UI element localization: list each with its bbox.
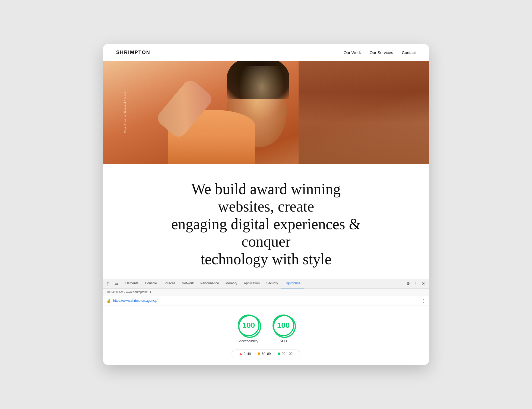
reload-icon[interactable]: ↻ <box>150 290 153 294</box>
svg-point-1 <box>239 316 261 337</box>
tab-console[interactable]: Console <box>142 279 160 288</box>
devtools-right-icons: ⚙ ⋮ ✕ <box>405 280 427 287</box>
legend-item-low: 0–49 <box>237 352 253 356</box>
tab-sources[interactable]: Sources <box>160 279 179 288</box>
hero-image: Project: Natural Diamond Council <box>103 61 429 164</box>
lighthouse-scores-section: 100 Accessibility 100 SEO <box>103 306 429 365</box>
legend-orange-square-icon <box>258 353 260 355</box>
score-item-seo: 100 SEO <box>273 314 294 343</box>
tab-security[interactable]: Security <box>263 279 281 288</box>
legend-item-high: 90–100 <box>276 352 295 356</box>
nav-links: Our Work Our Services Contact <box>344 50 416 55</box>
nav-our-services[interactable]: Our Services <box>370 50 393 55</box>
site-navigation: SHRIMPTON Our Work Our Services Contact <box>103 44 429 61</box>
devtools-time-bar: 10:24:00 AM - www.shrimpton▾ ↻ <box>103 289 429 296</box>
legend-divider-1 <box>254 352 254 356</box>
scores-row: 100 Accessibility 100 SEO <box>238 314 294 343</box>
score-item-accessibility: 100 Accessibility <box>238 314 259 343</box>
tab-memory[interactable]: Memory <box>222 279 240 288</box>
tab-elements[interactable]: Elements <box>122 279 142 288</box>
nav-our-work[interactable]: Our Work <box>344 50 361 55</box>
seo-score-circle: 100 <box>273 314 294 336</box>
security-warning-icon: 🔒 <box>106 298 111 303</box>
tagline-section: We build award winning websites, create … <box>103 164 429 279</box>
devtools-close-icon[interactable]: ✕ <box>420 280 427 287</box>
devtools-settings-icon[interactable]: ⚙ <box>405 280 411 287</box>
hero-sidebar-text: Project: Natural Diamond Council <box>124 92 126 133</box>
legend-red-triangle-icon <box>239 353 242 355</box>
seo-score-label: SEO <box>280 339 287 343</box>
devtools-more-icon[interactable]: ⋮ <box>413 280 419 287</box>
tagline-heading: We build award winning websites, create … <box>166 180 366 268</box>
legend-green-circle-icon <box>278 353 280 355</box>
legend-item-medium: 50–89 <box>255 352 273 356</box>
site-logo: SHRIMPTON <box>116 50 150 55</box>
tab-performance[interactable]: Performance <box>197 279 222 288</box>
inspect-element-icon[interactable]: ⬚ <box>105 280 112 287</box>
devtools-url-link[interactable]: https://www.shrimpton.agency/ <box>113 299 157 303</box>
url-more-icon[interactable]: ⋮ <box>421 298 426 303</box>
devtools-panel: ⬚ ▭ Elements Console Sources Network Per… <box>103 279 429 365</box>
legend-bar: 0–49 50–89 90–100 <box>232 350 300 358</box>
tab-network[interactable]: Network <box>179 279 197 288</box>
browser-frame: SHRIMPTON Our Work Our Services Contact <box>103 44 429 365</box>
accessibility-score-label: Accessibility <box>239 339 258 343</box>
svg-point-3 <box>274 316 295 337</box>
device-toolbar-icon[interactable]: ▭ <box>113 280 119 287</box>
devtools-url-section: 🔒 https://www.shrimpton.agency/ ⋮ <box>103 296 429 306</box>
svg-marker-4 <box>239 353 242 355</box>
nav-contact[interactable]: Contact <box>402 50 416 55</box>
legend-divider-2 <box>274 352 274 356</box>
devtools-time: 10:24:00 AM - www.shrimpton▾ <box>106 290 148 294</box>
devtools-tabs-bar: ⬚ ▭ Elements Console Sources Network Per… <box>103 279 429 289</box>
website-content: SHRIMPTON Our Work Our Services Contact <box>103 44 429 279</box>
devtools-left-icons: ⬚ ▭ <box>105 280 119 287</box>
tab-lighthouse[interactable]: Lighthouse <box>281 279 304 288</box>
accessibility-score-circle: 100 <box>238 314 259 336</box>
tab-application[interactable]: Application <box>240 279 263 288</box>
